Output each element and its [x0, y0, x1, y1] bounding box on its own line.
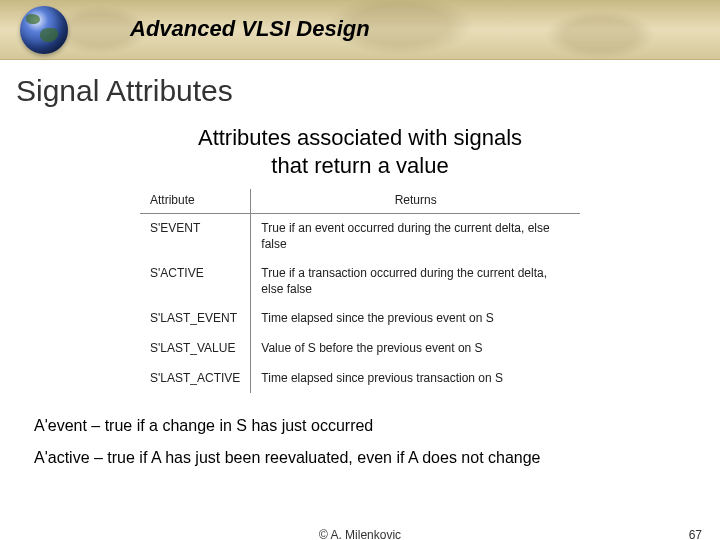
attributes-table: Attribute Returns S'EVENT True if an eve…	[140, 189, 580, 393]
col-attribute: Attribute	[140, 189, 251, 214]
cell-attr: S'LAST_EVENT	[140, 304, 251, 334]
page-number: 67	[689, 528, 702, 540]
table-row: S'ACTIVE True if a transaction occurred …	[140, 259, 580, 304]
table-row: S'LAST_VALUE Value of S before the previ…	[140, 334, 580, 364]
cell-attr: S'ACTIVE	[140, 259, 251, 304]
table-row: S'LAST_EVENT Time elapsed since the prev…	[140, 304, 580, 334]
cell-ret: Time elapsed since the previous event on…	[251, 304, 580, 334]
note-event: A'event – true if a change in S has just…	[34, 417, 720, 435]
subtitle-line-1: Attributes associated with signals	[198, 125, 522, 150]
note-active: A'active – true if A has just been reeva…	[34, 449, 720, 467]
table-header-row: Attribute Returns	[140, 189, 580, 214]
cell-ret: True if an event occurred during the cur…	[251, 214, 580, 260]
cell-ret: Value of S before the previous event on …	[251, 334, 580, 364]
cell-attr: S'LAST_ACTIVE	[140, 364, 251, 394]
slide-header: Advanced VLSI Design	[0, 0, 720, 60]
footer-author: © A. Milenkovic	[319, 528, 401, 540]
attributes-table-wrap: Attribute Returns S'EVENT True if an eve…	[140, 189, 580, 393]
subtitle-line-2: that return a value	[271, 153, 448, 178]
globe-icon	[20, 6, 68, 54]
page-title: Signal Attributes	[16, 74, 720, 108]
course-title: Advanced VLSI Design	[130, 16, 370, 42]
notes: A'event – true if a change in S has just…	[34, 417, 720, 467]
table-row: S'LAST_ACTIVE Time elapsed since previou…	[140, 364, 580, 394]
cell-attr: S'EVENT	[140, 214, 251, 260]
col-returns: Returns	[251, 189, 580, 214]
cell-ret: True if a transaction occurred during th…	[251, 259, 580, 304]
cell-ret: Time elapsed since previous transaction …	[251, 364, 580, 394]
page-subtitle: Attributes associated with signals that …	[0, 124, 720, 179]
table-row: S'EVENT True if an event occurred during…	[140, 214, 580, 260]
cell-attr: S'LAST_VALUE	[140, 334, 251, 364]
